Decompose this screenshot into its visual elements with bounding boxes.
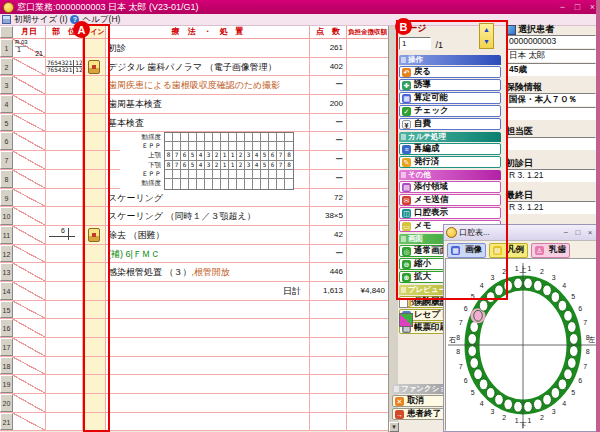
- perio-cell: 8: [165, 161, 173, 169]
- tooth-upper-5[interactable]: [479, 300, 488, 311]
- tooth-lower-5[interactable]: [479, 379, 488, 390]
- tooth-upper-3[interactable]: [495, 285, 504, 296]
- page-input[interactable]: 1: [399, 37, 431, 50]
- tooth-upper-2[interactable]: [504, 280, 513, 291]
- minimize-button[interactable]: −: [555, 0, 570, 14]
- table-row[interactable]: 17: [0, 338, 388, 357]
- legend-button[interactable]: ▤凡例: [489, 243, 528, 258]
- tooth-upper-1[interactable]: [514, 278, 523, 289]
- table-row[interactable]: 1R.03121初診261: [0, 39, 388, 58]
- fee-cell: [347, 114, 388, 132]
- tooth-number-upper: 3: [490, 274, 494, 281]
- attach-button[interactable]: ▤添付領域: [399, 181, 501, 193]
- stamp-icon[interactable]: [88, 228, 100, 242]
- treatment-staff-checkbox[interactable]: [399, 299, 408, 308]
- points-cell: [310, 301, 347, 319]
- baby-button[interactable]: ♙乳歯: [531, 243, 570, 258]
- reorganize-button[interactable]: ≡再編成: [399, 143, 501, 155]
- tooth-upper-1[interactable]: [524, 278, 533, 289]
- tooth-lower-3[interactable]: [543, 394, 552, 405]
- table-row[interactable]: 19: [0, 375, 388, 394]
- tooth-upper-3[interactable]: [543, 285, 552, 296]
- tooth-lower-2[interactable]: [504, 399, 513, 410]
- undo-button[interactable]: ↶戻る: [399, 66, 501, 78]
- table-row[interactable]: 13感染根管処置 （３）,根管開放446: [0, 263, 388, 282]
- tooth-upper-4[interactable]: [551, 292, 560, 303]
- page-down-icon[interactable]: ▼: [480, 36, 493, 48]
- tooth-lower-6[interactable]: [564, 369, 573, 380]
- memo-send-button[interactable]: ✉メモ送信: [399, 194, 501, 206]
- perio-grid-row: [165, 133, 293, 142]
- tooth-chart: 88776655443322111122334455667788右左上下: [445, 258, 597, 431]
- tooth-lower-3[interactable]: [495, 394, 504, 405]
- page-up-icon[interactable]: ▲: [480, 24, 493, 36]
- table-row[interactable]: 20: [0, 394, 388, 413]
- check-button[interactable]: ✓チェック: [399, 105, 501, 117]
- tooth-lower-7[interactable]: [568, 358, 577, 369]
- tooth-upper-6[interactable]: [564, 310, 573, 321]
- calc-button[interactable]: ▦算定可能: [399, 92, 501, 104]
- yen-button[interactable]: ¥自費: [399, 118, 501, 130]
- tooth-upper-5[interactable]: [558, 300, 567, 311]
- table-row[interactable]: 10スケーリング （同時１／３顎超え）38×5: [0, 207, 388, 226]
- table-row[interactable]: 14日計1,613¥4,840: [0, 282, 388, 301]
- table-row[interactable]: 116除去 （困難）42: [0, 226, 388, 245]
- tooth-lower-1[interactable]: [524, 401, 533, 412]
- perio-row-label: ＥＰＰ: [120, 141, 164, 150]
- tooth-lower-4[interactable]: [551, 388, 560, 399]
- date-cell: [13, 301, 46, 319]
- table-row[interactable]: 3歯周疾患による歯根吸収度確認のため撮影ー: [0, 76, 388, 95]
- tooth-lower-6[interactable]: [474, 369, 483, 380]
- table-row[interactable]: 16: [0, 319, 388, 338]
- tooth-lower-8[interactable]: [468, 346, 477, 357]
- tooth-number-lower: 7: [583, 363, 587, 370]
- tooth-chart-svg: 88776655443322111122334455667788右左上下: [446, 259, 598, 432]
- site-cell: [46, 207, 83, 225]
- button-label: 自費: [414, 118, 431, 130]
- tooth-lower-5[interactable]: [558, 379, 567, 390]
- image-button[interactable]: ▦画像: [447, 243, 486, 258]
- table-row[interactable]: 15: [0, 301, 388, 320]
- issued-button[interactable]: ✎発行済: [399, 156, 501, 168]
- table-scrollbar[interactable]: ▼: [388, 26, 398, 432]
- menu-item-initial-size[interactable]: 初期サイズ (I): [14, 14, 67, 26]
- perio-cell: [181, 142, 189, 150]
- tooth-upper-8[interactable]: [569, 334, 578, 345]
- row-number: 5: [0, 114, 13, 132]
- site-cell: [46, 263, 83, 281]
- tooth-lower-2[interactable]: [534, 399, 543, 410]
- table-row[interactable]: 12(補) 6|ＦＭＣー: [0, 245, 388, 264]
- perio-cell: [197, 170, 205, 178]
- table-row[interactable]: 27654321123456776543211234567デジタル 歯科パノラマ…: [0, 58, 388, 77]
- date-cell: R.03121: [13, 39, 46, 57]
- tooth-upper-7[interactable]: [568, 322, 577, 333]
- table-row[interactable]: 9スケーリング72: [0, 189, 388, 208]
- tooth-lower-1[interactable]: [514, 401, 523, 412]
- annotation-badge-a: A: [73, 21, 90, 38]
- stamp-icon[interactable]: [88, 60, 100, 74]
- oral-minimize-button[interactable]: −: [560, 228, 572, 237]
- tooth-upper-8[interactable]: [468, 334, 477, 345]
- oral-close-button[interactable]: ×: [584, 228, 596, 237]
- scroll-down-icon[interactable]: ▼: [389, 422, 399, 432]
- button-label: 算定可能: [414, 92, 448, 104]
- perio-cell: [165, 142, 173, 150]
- row-number: 12: [0, 245, 13, 263]
- tooth-number-upper: 8: [456, 334, 460, 341]
- table-row[interactable]: 4歯周基本検査200: [0, 95, 388, 114]
- maximize-button[interactable]: □: [570, 0, 585, 14]
- tooth-lower-4[interactable]: [486, 388, 495, 399]
- table-row[interactable]: 18: [0, 357, 388, 376]
- oral-maximize-button[interactable]: □: [572, 228, 584, 237]
- tooth-upper-4[interactable]: [486, 292, 495, 303]
- perio-cell: [277, 170, 285, 178]
- guide-button[interactable]: ✚誘導: [399, 79, 501, 91]
- table-row[interactable]: 5基本検査ー: [0, 114, 388, 133]
- table-row[interactable]: 21: [0, 413, 388, 432]
- tooth-upper-2[interactable]: [534, 280, 543, 291]
- tooth-upper-6[interactable]: [474, 310, 483, 321]
- tooth-lower-7[interactable]: [470, 358, 479, 369]
- perio-cell: [285, 133, 293, 141]
- tooth-lower-8[interactable]: [569, 346, 578, 357]
- mouth-view-button[interactable]: ◫口腔表示: [399, 207, 501, 219]
